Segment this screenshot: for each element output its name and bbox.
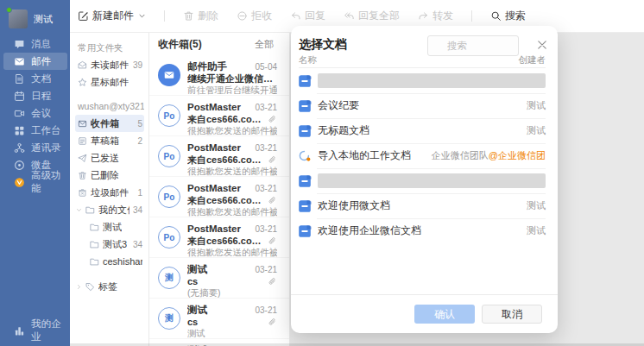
mail-list-title: 收件箱(5) — [158, 37, 202, 52]
doc-creator: 企业微信团队@企业微信团 — [432, 149, 546, 162]
folder-item-starred[interactable]: 星标邮件 — [75, 73, 144, 91]
redacted-name-bar — [318, 73, 546, 88]
reply-icon — [290, 10, 301, 22]
folder-item-folder-ceshi3[interactable]: 测试334 — [75, 236, 144, 253]
doc-blue-icon — [298, 124, 312, 138]
sidebar-item-label: 会议 — [31, 107, 51, 120]
mail-list-item[interactable]: 测测试03-21cs(无摘要) — [149, 258, 289, 299]
mail-filter-dropdown[interactable]: 全部 — [255, 38, 282, 51]
doc-row[interactable] — [291, 168, 558, 193]
doc-blue-icon — [298, 99, 312, 113]
doc-blue-icon — [298, 199, 312, 213]
reply-all-icon — [344, 10, 355, 22]
toolbar-reply-all-button[interactable]: 回复全部 — [344, 9, 400, 23]
folder-item-folder-ceshishanch[interactable]: ceshishanch... — [75, 253, 144, 270]
folder-label: 已发送 — [91, 152, 119, 165]
toolbar-reply-button[interactable]: 回复 — [290, 9, 325, 23]
mail-preview: 很抱歉您发送的邮件被退回，以下 — [187, 166, 277, 177]
mail-preview: 很抱歉您发送的邮件被退回，以下 — [187, 247, 277, 258]
folder-item-deleted[interactable]: 已删除 — [75, 167, 144, 184]
mail-list-item[interactable]: 邮件助手05-04继续开通企业微信邮箱服务前往管理后台继续开通 — [149, 55, 289, 96]
sidebar-item-premium[interactable]: 高级功能 — [3, 173, 67, 191]
sidebar-item-my-company[interactable]: 我的企业 — [3, 322, 67, 339]
folder-item-drafts[interactable]: 草稿箱2 — [75, 132, 144, 149]
paperclip-icon — [268, 115, 277, 124]
sidebar-item-label: 工作台 — [31, 124, 61, 137]
doc-row[interactable] — [291, 68, 558, 93]
close-icon[interactable] — [536, 39, 548, 51]
folder-label: ceshishanch... — [103, 256, 142, 267]
doc-row[interactable]: 欢迎使用微文档测试 — [291, 193, 558, 218]
sidebar-item-mail[interactable]: 邮件 — [3, 53, 67, 70]
sidebar-item-workbench[interactable]: 工作台 — [3, 122, 67, 139]
doc-name: 欢迎使用微文档 — [318, 198, 390, 213]
star-icon — [78, 78, 87, 87]
mail-list-item[interactable]: PoPostMaster03-21来自ces666.com的退信很抱歉您发送的邮… — [149, 217, 289, 258]
profile[interactable]: 测试 — [9, 9, 53, 28]
folder-item-my-folders[interactable]: 我的文件夹34 — [75, 201, 144, 218]
mail-preview: 测试 — [187, 328, 277, 339]
toolbar-separator — [164, 10, 165, 22]
folder-item-sent[interactable]: 已发送 — [75, 149, 144, 167]
modal-title: 选择文档 — [299, 37, 347, 53]
select-document-modal: 选择文档 名称 创建者 会议纪要测试无标题文档测试导入本地的工作文档企业微信团队… — [291, 26, 558, 333]
toolbar-forward-button[interactable]: 转发 — [418, 9, 453, 23]
sidebar-bottom: 我的企业 — [3, 322, 67, 339]
caret-right-icon — [76, 284, 82, 290]
mail-list-item[interactable]: PoPostMaster03-21来自ces666.com的退信很抱歉您发送的邮… — [149, 136, 289, 177]
toolbar-actions: 新建邮件删除拒收回复回复全部转发搜索 — [78, 9, 544, 23]
sidebar-item-messages[interactable]: 消息 — [3, 35, 67, 53]
doc-row[interactable]: 欢迎使用企业微信文档测试 — [291, 218, 558, 243]
chevron-down-icon — [138, 12, 146, 20]
mail-list-item[interactable]: PoPostMaster03-21来自ces666.com的退信很抱歉您发送的邮… — [149, 96, 289, 136]
doc-row[interactable]: 无标题文档测试 — [291, 118, 558, 143]
folder-item-inbox[interactable]: 收件箱5 — [75, 115, 144, 132]
spacer — [75, 91, 144, 98]
spacer — [75, 270, 144, 278]
paperclip-icon — [268, 277, 277, 286]
mail-line1: PostMaster03-21 — [187, 142, 277, 154]
folder-item-junk[interactable]: 垃圾邮件1 — [75, 184, 144, 201]
cancel-button[interactable]: 取消 — [482, 305, 542, 324]
doc-row[interactable]: 导入本地的工作文档企业微信团队@企业微信团 — [291, 143, 558, 168]
toolbar-new-mail-button[interactable]: 新建邮件 — [78, 9, 146, 23]
folder-item-tags[interactable]: 标签 — [75, 278, 144, 295]
sidebar-item-contacts[interactable]: 通讯录 — [3, 139, 67, 156]
mail-subject: 来自ces666.com的退信 — [187, 113, 265, 125]
compose-icon — [78, 10, 89, 22]
confirm-button[interactable]: 确认 — [414, 305, 475, 324]
mail-list-item[interactable]: 测测试03-21cs测试 — [149, 299, 289, 339]
mail-list-header: 收件箱(5) 全部 — [149, 33, 289, 55]
folder-item-folder-ceshi[interactable]: 测试 — [75, 218, 144, 236]
folder-item-unread[interactable]: 未读邮件39 — [75, 56, 144, 73]
sender-avatar: Po — [158, 226, 180, 248]
doc-creator: 测试 — [527, 224, 546, 237]
modal-search-input[interactable] — [447, 41, 508, 51]
sidebar-item-docs[interactable]: 文档 — [3, 70, 67, 87]
mail-list-item[interactable]: PoPostMaster03-21来自ces666.com的退信很抱歉您发送的邮… — [149, 177, 289, 217]
online-status-dot — [6, 7, 12, 13]
toolbar-reject-button[interactable]: 拒收 — [237, 9, 272, 23]
app-sidebar: 测试 消息邮件文档日程会议工作台通讯录微盘高级功能 我的企业 — [0, 0, 70, 346]
toolbar-button-label: 新建邮件 — [92, 9, 134, 23]
sidebar-item-label: 高级功能 — [31, 169, 67, 195]
toolbar-search-button[interactable]: 搜索 — [490, 9, 526, 23]
redacted-name-bar — [318, 173, 546, 188]
chat-icon — [14, 39, 25, 50]
toolbar-delete-button[interactable]: 删除 — [183, 9, 218, 23]
mail-sender: 测试 — [187, 305, 251, 316]
mail-subject: cs — [187, 275, 265, 287]
mail-items: 邮件助手05-04继续开通企业微信邮箱服务前往管理后台继续开通PoPostMas… — [149, 55, 289, 346]
mail-date: 03-21 — [255, 102, 277, 113]
mail-line2: 来自ces666.com的退信 — [187, 113, 277, 125]
mail-preview: 很抱歉您发送的邮件被退回，以下 — [187, 125, 277, 136]
building-icon — [14, 325, 25, 337]
sidebar-item-schedule[interactable]: 日程 — [3, 87, 67, 104]
avatar[interactable] — [9, 9, 28, 28]
mail-list-item[interactable]: 测测试 — [149, 339, 289, 346]
toolbar-separator — [471, 10, 472, 22]
profile-name: 测试 — [34, 13, 53, 26]
sidebar-item-meeting[interactable]: 会议 — [3, 104, 67, 122]
doc-row[interactable]: 会议纪要测试 — [291, 93, 558, 118]
modal-search-box[interactable] — [427, 35, 519, 56]
